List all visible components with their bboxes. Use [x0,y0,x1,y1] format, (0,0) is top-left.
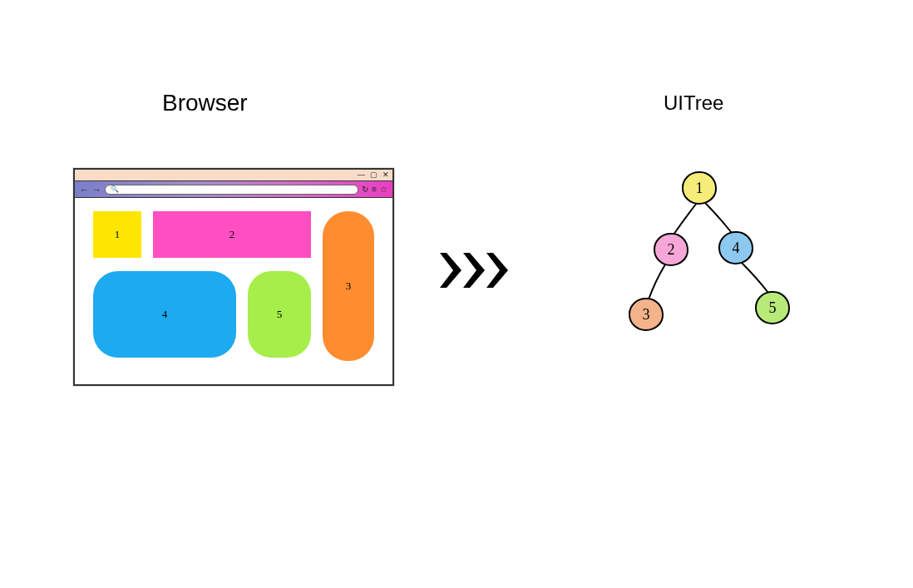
forward-icon: → [92,185,101,195]
tree-node-1: 1 [682,171,717,205]
search-icon: 🔍 [111,185,119,193]
browser-window: — ▢ ✕ ← → 🔍 ↻ ≡ ☆ 1 2 3 4 5 [73,168,394,386]
title-browser: Browser [162,90,248,116]
transform-arrows-icon [437,250,516,291]
maximize-icon: ▢ [370,171,378,179]
minimize-icon: — [358,171,365,179]
ui-region-3: 3 [323,211,374,361]
tree-node-2: 2 [654,233,688,266]
address-bar: 🔍 [105,185,358,195]
menu-icon: ≡ [372,185,377,194]
refresh-icon: ↻ [362,185,368,194]
ui-region-5: 5 [248,271,311,358]
star-icon: ☆ [380,185,387,194]
tree-edges [582,166,856,383]
title-uitree: UITree [664,91,723,115]
browser-content: 1 2 3 4 5 [75,198,392,384]
tree-node-4: 4 [718,231,753,264]
close-icon: ✕ [382,171,389,179]
tree-node-5: 5 [755,291,790,324]
ui-tree: 1 2 4 3 5 [582,166,856,383]
browser-toolbar: ← → 🔍 ↻ ≡ ☆ [75,181,392,198]
ui-region-2: 2 [153,211,311,258]
browser-titlebar: — ▢ ✕ [75,170,392,181]
ui-region-1: 1 [93,211,141,258]
back-icon: ← [80,185,89,195]
ui-region-4: 4 [93,271,236,358]
tree-node-3: 3 [629,298,664,331]
